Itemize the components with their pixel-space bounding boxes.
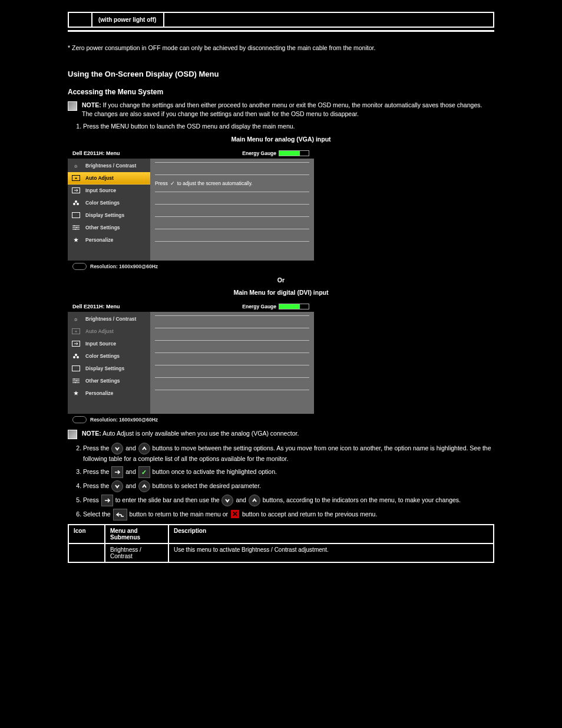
power-cell-desc (164, 12, 494, 27)
note-icon (68, 101, 77, 111)
digital-caption: Main Menu for digital (DVI) input (68, 288, 494, 298)
energy-gauge: Energy Gauge (242, 304, 309, 309)
osd-item-display[interactable]: Display Settings (68, 363, 150, 375)
svg-text:+: + (75, 176, 77, 180)
analog-caption: Main Menu for analog (VGA) input (68, 135, 494, 144)
divider (68, 30, 494, 32)
step-1: Press the MENU button to launch the OSD … (83, 122, 494, 131)
row-icon-cell (68, 543, 105, 562)
osd-item-auto-adjust[interactable]: +Auto Adjust (68, 172, 150, 185)
step-4: Press the and buttons to select the desi… (83, 480, 494, 492)
input-source-icon (71, 187, 81, 194)
sub-heading: Accessing the Menu System (68, 88, 494, 96)
brightness-icon: ☼ (71, 315, 81, 322)
other-settings-icon (71, 377, 81, 384)
osd-sidebar: ☼Brightness / Contrast +Auto Adjust Inpu… (68, 312, 150, 414)
back-button-icon (113, 509, 127, 521)
svg-point-12 (75, 354, 77, 356)
header-desc: Description (168, 525, 494, 543)
up-button-icon (138, 480, 150, 492)
osd-item-input-source[interactable]: Input Source (68, 185, 150, 197)
exit-button-icon: ✕ (231, 510, 239, 518)
svg-point-11 (77, 356, 79, 358)
step-6: Select the button to return to the main … (83, 509, 494, 521)
options-table: Icon Menu and Submenus Description Brigh… (68, 524, 494, 563)
row-menu-cell: Brightness / Contrast (105, 543, 168, 562)
down-button-icon (111, 443, 123, 454)
gauge-bar (279, 304, 309, 309)
osd-auto-message: Press ✓ to adjust the screen automatical… (155, 174, 309, 192)
resolution-icon (72, 263, 87, 270)
power-table: (with power light off) (68, 12, 494, 28)
color-settings-icon (71, 199, 81, 206)
up-button-icon (138, 443, 150, 454)
step-5: Press to enter the slide bar and then us… (83, 495, 494, 506)
svg-point-3 (73, 203, 75, 205)
osd-item-other[interactable]: Other Settings (68, 222, 150, 234)
osd-title: Dell E2011H: Menu (72, 150, 120, 156)
display-settings-icon (71, 365, 81, 372)
display-settings-icon (71, 212, 81, 219)
osd-item-personalize[interactable]: ★Personalize (68, 234, 150, 246)
down-button-icon (111, 480, 123, 492)
input-source-icon (71, 340, 81, 347)
svg-point-4 (77, 203, 79, 205)
osd-analog: Dell E2011H: Menu Energy Gauge ☼Brightne… (68, 148, 314, 272)
step-3: Press the and ✓ button once to activate … (83, 466, 494, 478)
pre-note: * Zero power consumption in OFF mode can… (68, 44, 494, 53)
color-settings-icon (71, 353, 81, 360)
note-icon (68, 430, 77, 439)
osd-item-color[interactable]: Color Settings (68, 197, 150, 209)
auto-adjust-icon: + (71, 174, 81, 182)
svg-rect-6 (72, 212, 80, 218)
personalize-icon: ★ (71, 390, 81, 397)
osd-sidebar: ☼Brightness / Contrast +Auto Adjust Inpu… (68, 159, 150, 261)
note-1: NOTE: If you change the settings and the… (68, 101, 494, 118)
osd-item-other[interactable]: Other Settings (68, 375, 150, 387)
osd-item-display[interactable]: Display Settings (68, 209, 150, 222)
osd-item-personalize[interactable]: ★Personalize (68, 387, 150, 400)
section-heading: Using the On-Screen Display (OSD) Menu (68, 70, 494, 78)
svg-point-5 (75, 200, 77, 203)
svg-point-10 (73, 356, 75, 358)
up-button-icon (249, 495, 260, 506)
step-2: Press the and buttons to move between th… (83, 443, 494, 464)
note-text: NOTE: Auto Adjust is only available when… (82, 429, 299, 438)
other-settings-icon (71, 224, 81, 231)
check-icon: ✓ (170, 180, 175, 186)
resolution-icon (72, 416, 87, 423)
osd-main-panel (150, 312, 314, 414)
osd-footer: Resolution: 1600x900@60Hz (68, 414, 314, 426)
enter-button-icon (111, 466, 123, 478)
gauge-bar (279, 150, 309, 156)
power-cell-icon (68, 12, 92, 27)
note-text: NOTE: If you change the settings and the… (82, 101, 494, 118)
down-button-icon (222, 495, 233, 506)
or-label: Or (68, 276, 494, 285)
enter-button-icon (101, 495, 113, 506)
osd-footer: Resolution: 1600x900@60Hz (68, 261, 314, 272)
power-cell-label: (with power light off) (92, 12, 164, 27)
ok-button-icon: ✓ (138, 466, 150, 478)
personalize-icon: ★ (71, 236, 81, 243)
row-desc-cell: Use this menu to activate Brightness / C… (168, 543, 494, 562)
osd-item-input-source[interactable]: Input Source (68, 338, 150, 350)
note-2: NOTE: Auto Adjust is only available when… (68, 429, 494, 439)
osd-item-auto-adjust: +Auto Adjust (68, 325, 150, 338)
energy-gauge: Energy Gauge (242, 150, 309, 156)
osd-title: Dell E2011H: Menu (72, 304, 120, 309)
osd-item-brightness[interactable]: ☼Brightness / Contrast (68, 313, 150, 325)
osd-item-color[interactable]: Color Settings (68, 350, 150, 363)
header-icon: Icon (68, 525, 105, 543)
osd-digital: Dell E2011H: Menu Energy Gauge ☼Brightne… (68, 301, 314, 426)
brightness-icon: ☼ (71, 162, 81, 169)
header-menu: Menu and Submenus (105, 525, 168, 543)
auto-adjust-icon: + (71, 328, 81, 335)
osd-item-brightness[interactable]: ☼Brightness / Contrast (68, 160, 150, 172)
svg-text:+: + (75, 330, 77, 334)
svg-rect-13 (72, 366, 80, 371)
table-row: Brightness / Contrast Use this menu to a… (68, 543, 494, 562)
osd-main-panel: Press ✓ to adjust the screen automatical… (150, 159, 314, 261)
